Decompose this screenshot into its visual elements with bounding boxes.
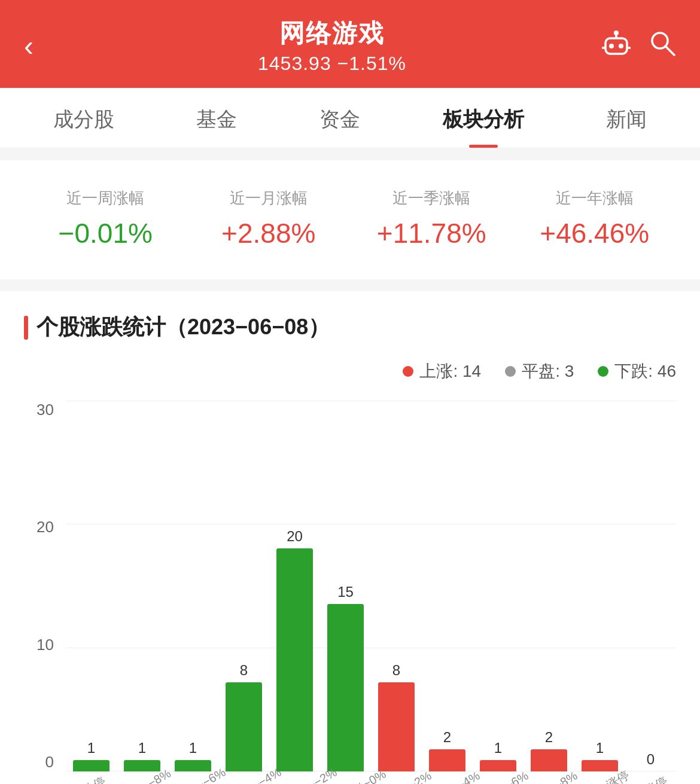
y-label-20: 20 (36, 518, 60, 536)
bar-rect-9 (531, 749, 567, 771)
bar-group-9: 2 (524, 401, 574, 771)
svg-point-1 (609, 44, 614, 48)
y-label-10: 10 (36, 636, 60, 654)
bar-value-label-0: 1 (87, 740, 95, 756)
bar-value-label-8: 1 (494, 740, 502, 756)
tab-fund[interactable]: 基金 (184, 88, 249, 148)
stat-quarter-value: +11.78% (350, 217, 513, 249)
bar-rect-7 (429, 749, 465, 771)
y-axis: 3020100 (24, 401, 60, 771)
stat-month: 近一月涨幅 +2.88% (187, 182, 351, 255)
bar-rect-8 (480, 760, 516, 771)
section-title: 个股涨跌统计（2023−06−08） (24, 313, 676, 342)
bar-rect-5 (327, 604, 364, 771)
bar-group-3: 8 (218, 401, 269, 771)
bar-group-0: 1 (66, 401, 117, 771)
bar-rect-3 (226, 682, 262, 771)
header-icons (592, 29, 676, 63)
bar-rect-1 (124, 760, 160, 771)
tab-news[interactable]: 新闻 (594, 88, 659, 148)
svg-point-2 (619, 44, 623, 48)
tab-capital[interactable]: 资金 (308, 88, 372, 148)
legend-up: 上涨: 14 (403, 360, 481, 383)
tab-components[interactable]: 成分股 (41, 88, 126, 148)
tabs: 成分股 基金 资金 板块分析 新闻 (0, 88, 700, 148)
search-icon[interactable] (649, 29, 676, 63)
stat-month-label: 近一月涨幅 (187, 188, 351, 209)
bar-value-label-11: 0 (647, 751, 655, 768)
svg-rect-0 (605, 38, 627, 54)
legend-up-dot (403, 366, 413, 377)
legend-flat: 平盘: 3 (505, 360, 574, 383)
bar-group-8: 1 (473, 401, 524, 771)
bar-value-label-7: 2 (443, 729, 451, 746)
bar-value-label-3: 8 (240, 662, 248, 679)
page-title: 网络游戏 (72, 17, 592, 50)
stats-section: 近一周涨幅 −0.01% 近一月涨幅 +2.88% 近一季涨幅 +11.78% … (0, 160, 700, 279)
bar-rect-2 (175, 760, 211, 771)
legend-flat-label: 平盘: 3 (522, 360, 574, 383)
chart-inner: 11182015821210 (66, 401, 676, 771)
section-title-wrap: 个股涨跌统计（2023−06−08） (0, 291, 700, 348)
bar-group-11: 0 (625, 401, 676, 771)
tab-analysis[interactable]: 板块分析 (431, 88, 536, 148)
price-subtitle: 1453.93 −1.51% (72, 53, 592, 75)
bar-group-1: 1 (117, 401, 168, 771)
svg-point-4 (614, 30, 619, 35)
bars-area: 11182015821210 (66, 401, 676, 771)
stat-week: 近一周涨幅 −0.01% (24, 182, 187, 255)
bar-rect-10 (582, 760, 618, 771)
bar-group-4: 20 (269, 401, 320, 771)
header-center: 网络游戏 1453.93 −1.51% (72, 17, 592, 75)
stat-year-value: +46.46% (513, 217, 677, 249)
section-title-bar-icon (24, 316, 28, 340)
stat-year-label: 近一年涨幅 (513, 188, 677, 209)
stats-grid: 近一周涨幅 −0.01% 近一月涨幅 +2.88% 近一季涨幅 +11.78% … (24, 182, 676, 255)
bar-value-label-5: 15 (337, 584, 354, 600)
stat-quarter-label: 近一季涨幅 (350, 188, 513, 209)
legend-down: 下跌: 46 (598, 360, 676, 383)
stat-quarter: 近一季涨幅 +11.78% (350, 182, 513, 255)
stat-week-label: 近一周涨幅 (24, 188, 187, 209)
chart-container: 3020100 11182015821210 跌停跌停~−8%−8%~−6%−6… (24, 401, 676, 784)
chart-wrap: 3020100 11182015821210 跌停跌停~−8%−8%~−6%−6… (0, 389, 700, 784)
bar-group-5: 15 (320, 401, 371, 771)
bar-group-2: 1 (168, 401, 218, 771)
bar-value-label-9: 2 (545, 729, 553, 746)
bar-value-label-6: 8 (392, 662, 400, 679)
y-label-30: 30 (36, 401, 60, 419)
legend-down-dot (598, 366, 608, 377)
bar-value-label-4: 20 (287, 528, 303, 545)
x-axis: 跌停跌停~−8%−8%~−6%−6%~−4%−4%~−2%−2%~0%0%~2%… (66, 774, 676, 784)
bar-group-7: 2 (422, 401, 473, 771)
svg-line-8 (666, 47, 674, 55)
bar-value-label-1: 1 (138, 740, 146, 756)
legend-up-label: 上涨: 14 (419, 360, 481, 383)
y-label-0: 0 (45, 753, 60, 771)
legend-flat-dot (505, 366, 516, 377)
header: ‹ 网络游戏 1453.93 −1.51% (0, 0, 700, 88)
bar-group-10: 1 (574, 401, 625, 771)
bar-rect-4 (276, 548, 313, 771)
bar-rect-0 (73, 760, 109, 771)
bar-value-label-2: 1 (189, 740, 197, 756)
stat-year: 近一年涨幅 +46.46% (513, 182, 677, 255)
bar-value-label-10: 1 (596, 740, 604, 756)
stat-month-value: +2.88% (187, 217, 351, 249)
section-title-text: 个股涨跌统计（2023−06−08） (36, 313, 330, 342)
back-button[interactable]: ‹ (24, 29, 72, 62)
bar-group-6: 8 (371, 401, 422, 771)
bar-rect-6 (378, 682, 415, 771)
legend-down-label: 下跌: 46 (614, 360, 676, 383)
stat-week-value: −0.01% (24, 217, 187, 249)
robot-icon[interactable] (601, 30, 632, 62)
chart-legend: 上涨: 14 平盘: 3 下跌: 46 (0, 348, 700, 389)
